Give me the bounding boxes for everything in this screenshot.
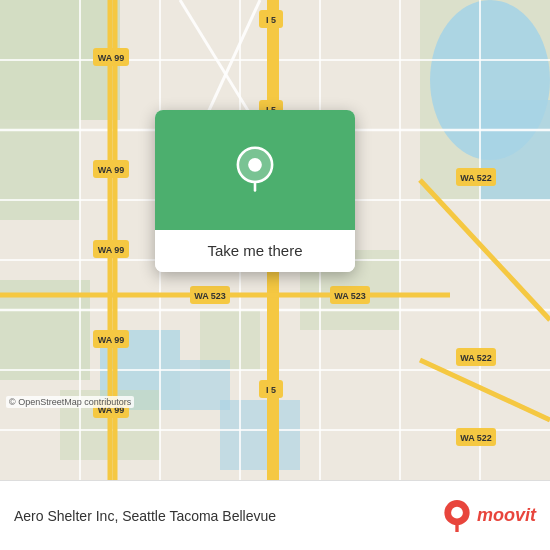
svg-text:WA 522: WA 522 — [460, 433, 492, 443]
svg-text:WA 523: WA 523 — [334, 291, 366, 301]
svg-rect-12 — [220, 400, 300, 470]
svg-text:WA 99: WA 99 — [98, 53, 125, 63]
take-me-there-button[interactable]: Take me there — [207, 242, 302, 259]
svg-text:I 5: I 5 — [266, 15, 276, 25]
popup-button-area: Take me there — [155, 230, 355, 272]
map-container[interactable]: WA 99 WA 99 WA 99 WA 99 WA 99 I 5 I 5 I … — [0, 0, 550, 480]
svg-text:WA 522: WA 522 — [460, 173, 492, 183]
popup-card: Take me there — [155, 110, 355, 272]
svg-text:WA 523: WA 523 — [194, 291, 226, 301]
svg-text:WA 99: WA 99 — [98, 245, 125, 255]
moovit-brand-text: moovit — [477, 505, 536, 526]
svg-point-65 — [451, 506, 463, 518]
bottom-bar: Aero Shelter Inc, Seattle Tacoma Bellevu… — [0, 480, 550, 550]
svg-point-63 — [248, 158, 262, 172]
svg-text:WA 99: WA 99 — [98, 335, 125, 345]
popup-green-area — [155, 110, 355, 230]
osm-credit: © OpenStreetMap contributors — [6, 396, 134, 408]
moovit-brand-icon — [441, 500, 473, 532]
svg-text:WA 522: WA 522 — [460, 353, 492, 363]
svg-text:WA 99: WA 99 — [98, 165, 125, 175]
location-pin-icon — [231, 146, 279, 194]
svg-text:I 5: I 5 — [266, 385, 276, 395]
location-name: Aero Shelter Inc, Seattle Tacoma Bellevu… — [14, 508, 429, 524]
svg-point-10 — [430, 0, 550, 160]
svg-rect-2 — [0, 120, 80, 220]
moovit-logo[interactable]: moovit — [441, 500, 536, 532]
